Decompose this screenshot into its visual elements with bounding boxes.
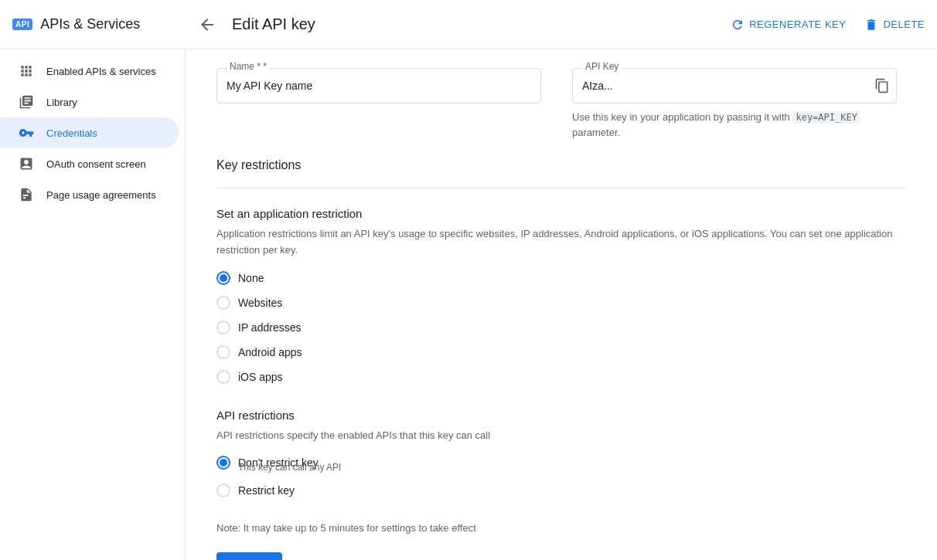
sidebar-item-enabled-apis-label: Enabled APIs & services — [46, 66, 156, 77]
app-logo-area: API APIs & Services — [12, 16, 198, 32]
app-title: APIs & Services — [40, 16, 140, 32]
radio-websites-circle — [216, 296, 230, 310]
top-nav: API APIs & Services Edit API key REGENER… — [0, 0, 937, 49]
radio-ip-circle — [216, 321, 230, 334]
save-button[interactable]: SAVE — [216, 552, 282, 560]
api-key-outline: API Key — [572, 68, 897, 104]
delete-button[interactable]: DELETE — [864, 18, 925, 32]
radio-ip-label: IP addresses — [238, 321, 301, 334]
app-restriction-desc: Application restrictions limit an API ke… — [216, 226, 906, 259]
sidebar-item-library-label: Library — [46, 97, 77, 108]
cancel-button[interactable]: CANCEL — [295, 552, 364, 560]
api-key-hint: Use this key in your application by pass… — [572, 110, 897, 140]
sidebar-item-library[interactable]: Library — [0, 87, 179, 117]
radio-dont-restrict-circle — [216, 456, 230, 470]
key-icon — [19, 125, 34, 141]
sidebar-item-oauth-label: OAuth consent screen — [46, 158, 146, 170]
api-restriction-title: API restrictions — [216, 409, 906, 422]
sidebar-item-credentials[interactable]: Credentials — [0, 117, 179, 148]
api-key-inner — [573, 69, 896, 103]
sidebar-item-credentials-label: Credentials — [46, 127, 97, 139]
page-icon — [19, 187, 34, 202]
app-logo-badge: API — [12, 19, 32, 30]
radio-android-circle — [216, 345, 230, 359]
radio-item-none[interactable]: None — [216, 271, 906, 285]
page-title: Edit API key — [232, 15, 315, 33]
radio-ios-circle — [216, 370, 230, 384]
main-content: Name * API Key Use this key in your — [186, 49, 937, 560]
name-field-wrapper: Name * — [216, 68, 541, 104]
radio-websites-label: Websites — [238, 297, 282, 309]
regenerate-key-button[interactable]: REGENERATE KEY — [731, 18, 846, 32]
sidebar-item-enabled-apis[interactable]: Enabled APIs & services — [0, 56, 179, 87]
apps-icon — [19, 63, 34, 79]
radio-item-websites[interactable]: Websites — [216, 296, 906, 310]
name-field-label: Name * — [227, 62, 270, 71]
sidebar-item-page-usage[interactable]: Page usage agreements — [0, 179, 179, 210]
radio-item-android-apps[interactable]: Android apps — [216, 345, 906, 359]
api-key-input[interactable] — [573, 69, 868, 103]
app-restriction-radio-group: None Websites IP addresses Android apps … — [216, 271, 906, 384]
api-restriction-desc: API restrictions specify the enabled API… — [216, 428, 906, 444]
key-restrictions-title: Key restrictions — [216, 158, 906, 172]
name-input[interactable] — [217, 69, 540, 103]
radio-none-circle — [216, 271, 230, 285]
header-content: Edit API key REGENERATE KEY DELETE — [198, 15, 925, 34]
app-restriction-title: Set an application restriction — [216, 207, 906, 220]
library-icon — [19, 94, 34, 110]
api-restriction-radio-group: Don't restrict key This key can call any… — [216, 456, 906, 497]
sidebar: Enabled APIs & services Library Credenti… — [0, 49, 186, 560]
radio-ios-label: iOS apps — [238, 371, 283, 383]
sidebar-item-oauth[interactable]: OAuth consent screen — [0, 148, 179, 179]
delete-label: DELETE — [883, 19, 925, 30]
name-field-outline: Name * — [216, 68, 541, 104]
radio-item-ip-addresses[interactable]: IP addresses — [216, 321, 906, 334]
sidebar-item-page-usage-label: Page usage agreements — [46, 189, 156, 201]
api-key-wrapper: API Key Use this key in your application… — [572, 68, 897, 140]
consent-icon — [19, 156, 34, 171]
top-fields-row: Name * API Key Use this key in your — [216, 68, 906, 140]
dont-restrict-sublabel: This key can call any API — [238, 462, 906, 473]
radio-item-ios-apps[interactable]: iOS apps — [216, 370, 906, 384]
radio-android-label: Android apps — [238, 346, 302, 358]
radio-restrict-label: Restrict key — [238, 484, 295, 497]
footer-actions: SAVE CANCEL — [216, 552, 906, 560]
divider-1 — [216, 188, 906, 188]
regenerate-label: REGENERATE KEY — [749, 19, 846, 30]
back-button[interactable] — [198, 15, 216, 34]
note-text: Note: It may take up to 5 minutes for se… — [216, 522, 906, 534]
api-key-label: API Key — [582, 62, 622, 71]
top-action-buttons: REGENERATE KEY DELETE — [731, 18, 925, 32]
radio-item-dont-restrict-wrapper: Don't restrict key This key can call any… — [216, 456, 906, 473]
copy-api-key-button[interactable] — [868, 72, 896, 100]
radio-restrict-circle — [216, 484, 230, 497]
radio-item-restrict[interactable]: Restrict key — [216, 484, 906, 497]
radio-none-label: None — [238, 272, 264, 284]
main-layout: Enabled APIs & services Library Credenti… — [0, 49, 937, 560]
